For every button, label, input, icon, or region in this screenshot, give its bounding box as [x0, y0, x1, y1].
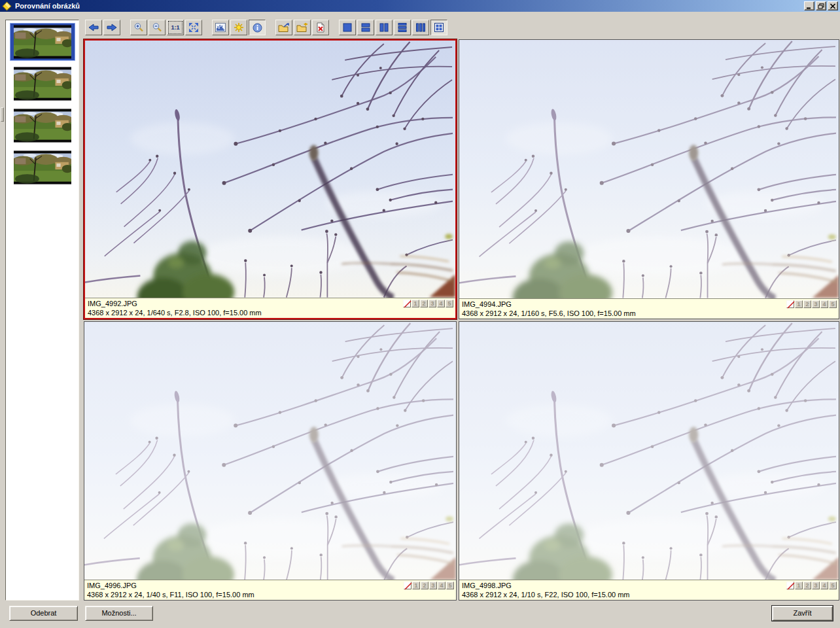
- remove-image-icon: [315, 22, 326, 33]
- previous-image-button[interactable]: [85, 20, 102, 35]
- photo-view[interactable]: [459, 322, 839, 580]
- zoom-in-icon: [133, 22, 144, 33]
- close-dialog-button[interactable]: Zavřít: [772, 606, 833, 621]
- rating-1-button[interactable]: 1: [795, 300, 803, 308]
- rating-2-button[interactable]: 2: [420, 300, 428, 307]
- compare-panel[interactable]: IMG_4998.JPG 4368 x 2912 x 24, 1/10 s, F…: [459, 321, 839, 601]
- histogram-button[interactable]: [212, 20, 229, 35]
- rating-none-button[interactable]: [786, 582, 794, 589]
- thumbnail-image: [14, 109, 71, 143]
- zoom-in-button[interactable]: [130, 20, 147, 35]
- layout-1-button[interactable]: [339, 20, 356, 35]
- rating-none-button[interactable]: [786, 300, 794, 308]
- overexposure-icon: [234, 22, 244, 33]
- photo-specs: 4368 x 2912 x 24, 1/640 s, F2.8, ISO 100…: [88, 308, 453, 317]
- options-button[interactable]: Možnosti...: [85, 606, 153, 621]
- histogram-icon: [215, 22, 226, 33]
- zoom-out-button[interactable]: [149, 20, 166, 35]
- photo-specs: 4368 x 2912 x 24, 1/160 s, F5.6, ISO 100…: [462, 309, 836, 318]
- toolbar: 1:1: [85, 19, 449, 36]
- rating-2-button[interactable]: 2: [803, 300, 811, 308]
- layout-3-rows-button[interactable]: [394, 20, 411, 35]
- minimize-icon: [806, 3, 813, 9]
- thumbnail-item[interactable]: [10, 65, 75, 103]
- rating-3-button[interactable]: 3: [812, 300, 820, 308]
- rating-5-button[interactable]: 5: [829, 300, 837, 308]
- remove-image-button[interactable]: Odebrat: [9, 606, 78, 621]
- compare-panel[interactable]: IMG_4992.JPG 4368 x 2912 x 24, 1/640 s, …: [84, 39, 457, 319]
- rating-1-button[interactable]: 1: [411, 300, 419, 307]
- photo-specs: 4368 x 2912 x 24, 1/10 s, F22, ISO 100, …: [462, 590, 836, 599]
- photo-view[interactable]: [84, 322, 456, 580]
- compare-panel[interactable]: IMG_4996.JPG 4368 x 2912 x 24, 1/40 s, F…: [84, 321, 457, 601]
- restore-icon: [818, 3, 824, 9]
- copy-image-button[interactable]: [275, 20, 292, 35]
- thumbnail-item[interactable]: [10, 148, 75, 186]
- left-rail: [0, 12, 5, 628]
- rating-4-button[interactable]: 4: [438, 582, 446, 589]
- overexposure-button[interactable]: [230, 20, 247, 35]
- photo-infobar: IMG_4996.JPG 4368 x 2912 x 24, 1/40 s, F…: [84, 580, 456, 600]
- zoom-100-icon: 1:1: [171, 24, 179, 31]
- rating-3-button[interactable]: 3: [812, 582, 820, 589]
- layout-3-cols-button[interactable]: [412, 20, 429, 35]
- layout-2-rows-icon: [360, 22, 371, 33]
- rating-4-button[interactable]: 4: [820, 300, 828, 308]
- rating-4-button[interactable]: 4: [437, 300, 445, 307]
- thumbnail-image: [14, 25, 71, 59]
- rating-none-button[interactable]: [404, 582, 411, 589]
- rating-3-button[interactable]: 3: [429, 582, 437, 589]
- rating-4-button[interactable]: 4: [820, 582, 828, 589]
- layout-3-rows-icon: [397, 22, 408, 33]
- title-bar: Porovnání obrázků: [0, 0, 840, 12]
- app-icon: [2, 1, 12, 11]
- rating-none-button[interactable]: [403, 300, 411, 307]
- no-rating-icon: [787, 301, 795, 309]
- zoom-100-button[interactable]: 1:1: [167, 20, 184, 35]
- layout-2-rows-button[interactable]: [357, 20, 374, 35]
- info-icon: [253, 23, 262, 33]
- rating-5-button[interactable]: 5: [446, 582, 454, 589]
- rating-2-button[interactable]: 2: [803, 582, 811, 589]
- rating-2-button[interactable]: 2: [421, 582, 429, 589]
- photo-view[interactable]: [85, 41, 455, 298]
- close-button[interactable]: [828, 1, 838, 10]
- minimize-button[interactable]: [804, 1, 814, 10]
- photo-view[interactable]: [459, 40, 839, 298]
- compare-grid: IMG_4992.JPG 4368 x 2912 x 24, 1/640 s, …: [84, 39, 839, 601]
- photo-filename: IMG_4996.JPG: [87, 581, 453, 590]
- rating-widget: 1 2 3 4 5: [786, 300, 837, 308]
- layout-2-cols-button[interactable]: [376, 20, 393, 35]
- no-rating-icon: [404, 300, 411, 308]
- photo-filename: IMG_4992.JPG: [88, 299, 453, 308]
- photo-infobar: IMG_4992.JPG 4368 x 2912 x 24, 1/640 s, …: [85, 298, 455, 318]
- fit-to-window-button[interactable]: [185, 20, 202, 35]
- layout-2x2-button[interactable]: [430, 20, 447, 35]
- thumbnail-item[interactable]: [10, 107, 75, 145]
- thumbnail-image: [14, 150, 71, 184]
- photo-image: [84, 322, 456, 580]
- next-image-icon: [106, 23, 118, 32]
- thumbnail-item[interactable]: [10, 23, 75, 61]
- zoom-out-icon: [152, 22, 162, 33]
- photo-filename: IMG_4998.JPG: [462, 581, 836, 590]
- window-controls: [803, 1, 840, 10]
- compare-panel[interactable]: IMG_4994.JPG 4368 x 2912 x 24, 1/160 s, …: [459, 39, 839, 319]
- rating-1-button[interactable]: 1: [412, 582, 420, 589]
- sidebar-splitter[interactable]: [1, 107, 4, 122]
- photo-filename: IMG_4994.JPG: [462, 300, 836, 309]
- thumbnail-image: [14, 67, 71, 101]
- rating-3-button[interactable]: 3: [429, 300, 436, 307]
- next-image-button[interactable]: [103, 20, 120, 35]
- fit-to-window-icon: [188, 22, 199, 33]
- rating-5-button[interactable]: 5: [446, 300, 453, 307]
- restore-button[interactable]: [816, 1, 826, 10]
- rating-1-button[interactable]: 1: [795, 582, 803, 589]
- window-title: Porovnání obrázků: [15, 2, 80, 10]
- remove-image-button[interactable]: [312, 20, 329, 35]
- photo-image: [459, 322, 839, 580]
- move-image-button[interactable]: [294, 20, 311, 35]
- rating-5-button[interactable]: 5: [829, 582, 837, 589]
- show-info-button[interactable]: [249, 20, 266, 35]
- previous-image-icon: [88, 23, 99, 32]
